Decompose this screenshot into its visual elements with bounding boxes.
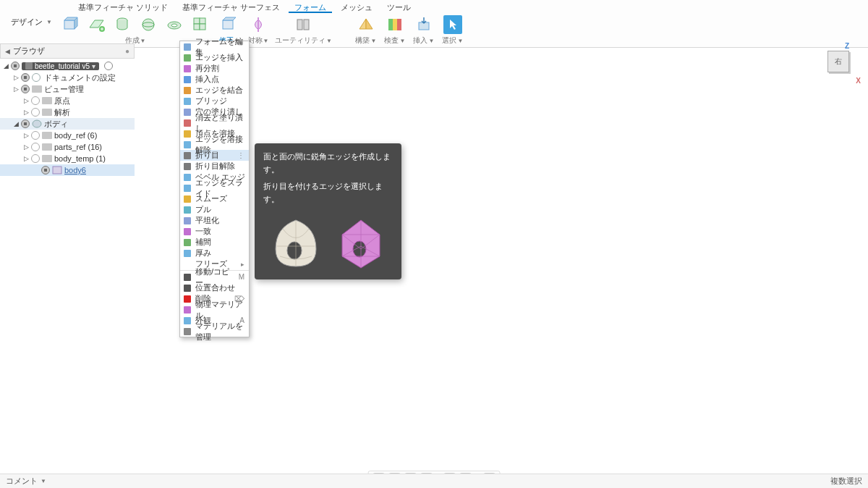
- menu-item[interactable]: 消去と塗り潰し: [180, 117, 249, 128]
- tree-node[interactable]: ▷body_ref (6): [0, 130, 135, 141]
- menu-item[interactable]: エッジを結合: [180, 85, 249, 96]
- modify-button[interactable]: [217, 14, 242, 35]
- svg-point-3: [142, 19, 154, 30]
- create-cylinder-button[interactable]: [110, 14, 135, 35]
- menu-item[interactable]: 折り目⋮: [180, 150, 249, 161]
- create-box-button[interactable]: [58, 14, 82, 35]
- ribbon-group-label: 選択: [442, 36, 456, 44]
- menu-item[interactable]: エッジをスライド: [180, 182, 249, 193]
- expand-icon[interactable]: ▷: [23, 132, 29, 139]
- inspect-button[interactable]: [383, 14, 407, 35]
- create-quad-button[interactable]: [188, 14, 213, 35]
- tab-form[interactable]: フォーム: [289, 1, 332, 13]
- select-button[interactable]: [441, 14, 465, 35]
- visibility-icon[interactable]: [21, 73, 30, 82]
- menu-item[interactable]: エッジを挿入: [180, 52, 249, 63]
- expand-icon[interactable]: ▷: [23, 97, 29, 104]
- ribbon-group-symmetry: 対称▼: [246, 14, 271, 46]
- menu-icon: [183, 206, 192, 214]
- utility-button[interactable]: [291, 14, 315, 35]
- menu-icon: [183, 140, 192, 149]
- visibility-icon[interactable]: [41, 166, 50, 174]
- menu-item[interactable]: 一致: [180, 226, 249, 237]
- tooltip-crease: 面と面の間に鋭角エッジを作成します。 折り目を付けるエッジを選択します。: [255, 143, 401, 279]
- menu-item-label: 厚み: [195, 248, 211, 258]
- visibility-icon[interactable]: [21, 85, 30, 93]
- menu-item-label: エッジを結合: [195, 85, 243, 96]
- expand-icon[interactable]: ◢: [13, 120, 19, 127]
- visibility-icon[interactable]: [31, 143, 40, 151]
- symmetry-button[interactable]: [246, 14, 271, 35]
- menu-icon: [183, 238, 192, 247]
- menu-item[interactable]: エッジを溶接解除: [180, 139, 249, 150]
- menu-item-label: 挿入点: [195, 74, 219, 85]
- folder-icon: [42, 108, 52, 117]
- construct-button[interactable]: [354, 14, 378, 35]
- tree-node[interactable]: ▷原点: [0, 95, 135, 106]
- create-torus-button[interactable]: [162, 14, 187, 35]
- viewcube-face[interactable]: 右: [827, 51, 849, 72]
- visibility-icon[interactable]: [31, 154, 40, 163]
- create-sphere-button[interactable]: [136, 14, 161, 35]
- menu-item[interactable]: 補間: [180, 237, 249, 248]
- menu-item[interactable]: ブリッジ: [180, 96, 249, 106]
- menu-shortcut: M: [239, 273, 246, 281]
- ribbon-group-label: 構築: [355, 36, 370, 44]
- visibility-icon[interactable]: [31, 108, 40, 117]
- menu-item[interactable]: 物理マテリアル: [180, 304, 249, 315]
- gear-icon: [32, 73, 42, 82]
- ribbon-group-label: 挿入: [413, 36, 427, 44]
- tree-node[interactable]: ▷ビュー管理: [0, 83, 135, 95]
- menu-item[interactable]: フォームを編集: [180, 41, 249, 52]
- root-badge: beetle_tutorial v5 ▾: [22, 62, 99, 70]
- menu-item[interactable]: 再分割: [180, 63, 249, 74]
- insert-button[interactable]: [412, 14, 436, 35]
- menu-item-label: ブリッジ: [195, 96, 227, 106]
- svg-rect-14: [388, 19, 393, 30]
- menu-item[interactable]: 位置合わせ: [180, 282, 249, 293]
- menu-item[interactable]: 移動/コピーM: [180, 272, 249, 282]
- menu-item[interactable]: 平坦化: [180, 215, 249, 226]
- expand-icon[interactable]: ▷: [23, 109, 29, 116]
- options-icon[interactable]: ●: [125, 47, 129, 55]
- menu-item[interactable]: プル: [180, 204, 249, 215]
- menu-item[interactable]: 挿入点: [180, 74, 249, 85]
- tab-solid[interactable]: 基準フィーチャ ソリッド: [72, 1, 174, 13]
- tab-mesh[interactable]: メッシュ: [335, 1, 378, 13]
- menu-icon: [183, 316, 192, 325]
- tree-node[interactable]: ▷parts_ref (16): [0, 141, 135, 153]
- browser-title: ブラウザ: [13, 46, 45, 56]
- visibility-icon[interactable]: [21, 119, 30, 128]
- menu-icon: [183, 227, 192, 236]
- comment-button[interactable]: コメント: [6, 476, 38, 487]
- tab-tool[interactable]: ツール: [381, 1, 417, 13]
- menu-item-label: 平坦化: [195, 215, 219, 226]
- menu-item[interactable]: 厚み: [180, 248, 249, 258]
- visibility-icon[interactable]: [31, 131, 40, 140]
- gear-icon[interactable]: [104, 62, 113, 70]
- tree-node[interactable]: ▷解析: [0, 106, 135, 118]
- expand-icon[interactable]: ▷: [13, 74, 19, 81]
- view-cube[interactable]: Z X 右: [827, 51, 856, 80]
- svg-point-20: [287, 242, 302, 259]
- tree-node[interactable]: body6: [0, 164, 135, 176]
- tree-node[interactable]: ▷body_temp (1): [0, 153, 135, 164]
- expand-icon[interactable]: ▷: [13, 85, 19, 93]
- browser-header[interactable]: ◀ ブラウザ ●: [0, 43, 135, 59]
- visibility-icon[interactable]: [31, 96, 40, 105]
- expand-icon[interactable]: ▷: [23, 155, 29, 162]
- menu-item-label: 補間: [195, 237, 211, 248]
- expand-icon[interactable]: ▷: [23, 143, 29, 151]
- browser-tree: ◢ beetle_tutorial v5 ▾ ▷ドキュメントの設定▷ビュー管理▷…: [0, 59, 135, 177]
- menu-icon: [183, 260, 192, 269]
- menu-item[interactable]: マテリアルを管理: [180, 326, 249, 337]
- tree-node[interactable]: ◢ボディ: [0, 118, 135, 130]
- tooltip-line1: 面と面の間に鋭角エッジを作成します。: [263, 151, 393, 176]
- tree-node[interactable]: ▷ドキュメントの設定: [0, 72, 135, 83]
- tree-root[interactable]: ◢ beetle_tutorial v5 ▾: [0, 60, 135, 72]
- visibility-icon[interactable]: [11, 62, 20, 70]
- workspace-switcher[interactable]: デザイン ▼: [4, 14, 59, 30]
- menu-item[interactable]: 折り目解除: [180, 161, 249, 172]
- create-plane-button[interactable]: [84, 14, 109, 35]
- tab-surface[interactable]: 基準フィーチャ サーフェス: [176, 1, 286, 13]
